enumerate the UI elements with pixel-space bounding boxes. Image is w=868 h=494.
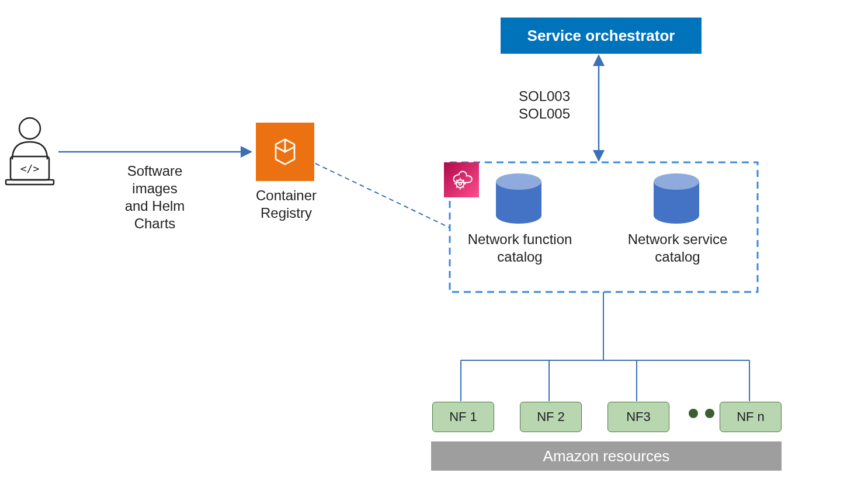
- text: SOL003: [519, 88, 570, 104]
- text: NF n: [737, 409, 765, 425]
- text: Amazon resources: [543, 447, 670, 465]
- text: Registry: [261, 205, 312, 221]
- text: Network service: [628, 231, 728, 247]
- svg-text:</>: </>: [20, 162, 40, 175]
- tnb-service-icon: [444, 162, 479, 197]
- developer-icon: </>: [4, 116, 56, 186]
- ns-catalog-db-icon: [651, 172, 702, 225]
- svg-rect-2: [6, 180, 54, 185]
- nf3-box: NF3: [607, 402, 669, 432]
- text: NF 2: [537, 409, 565, 425]
- svg-point-0: [19, 118, 40, 139]
- nf2-box: NF 2: [520, 402, 582, 432]
- label-software-images: Software images and Helm Charts: [108, 162, 202, 232]
- label-container-registry: Container Registry: [245, 187, 327, 222]
- text: Service orchestrator: [527, 27, 675, 45]
- container-registry-icon: [256, 123, 314, 181]
- label-ns-catalog: Network service catalog: [619, 231, 736, 266]
- text: catalog: [497, 249, 542, 265]
- text: SOL005: [519, 106, 570, 121]
- svg-point-5: [459, 182, 461, 185]
- text: and Helm: [125, 198, 185, 214]
- text: images: [132, 180, 177, 196]
- text: Container: [256, 187, 317, 203]
- service-orchestrator-box: Service orchestrator: [501, 18, 702, 54]
- svg-point-7: [654, 173, 699, 190]
- text: catalog: [655, 249, 700, 265]
- dashed-registry-to-catalog: [315, 163, 450, 228]
- text: NF3: [626, 409, 651, 425]
- nf1-box: NF 1: [432, 402, 494, 432]
- text: Charts: [134, 215, 176, 231]
- amazon-resources-bar: Amazon resources: [431, 441, 782, 471]
- nf-catalog-db-icon: [494, 172, 544, 225]
- label-nf-catalog: Network function catalog: [461, 231, 578, 266]
- label-sol: SOL003 SOL005: [519, 88, 589, 123]
- text: Software: [127, 163, 183, 179]
- nfn-box: NF n: [720, 402, 782, 432]
- svg-point-6: [496, 173, 541, 190]
- text: NF 1: [449, 409, 477, 425]
- text: Network function: [468, 231, 572, 247]
